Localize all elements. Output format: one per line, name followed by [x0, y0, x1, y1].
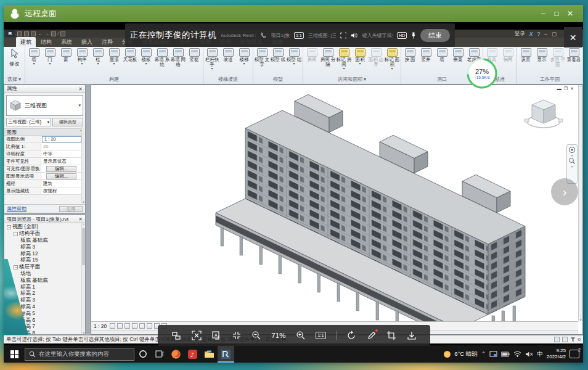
tool-model-line-icon[interactable]: 模型 线	[270, 48, 286, 62]
edit-type-button[interactable]: 编辑类型	[52, 118, 83, 126]
tree-item[interactable]: 标高 3	[4, 244, 85, 250]
detail-level-icon[interactable]	[117, 323, 123, 329]
weather-text[interactable]: 6°C 晴朗	[454, 350, 478, 358]
crop-view-icon[interactable]	[147, 323, 152, 329]
remote-minimize-button[interactable]: –	[536, 9, 550, 18]
zoom-tool-icon[interactable]	[568, 157, 576, 165]
tool-model-text-icon[interactable]: 模型 文字	[254, 48, 270, 67]
scale-icon[interactable]	[110, 323, 115, 329]
tool-vertical-opening-icon[interactable]: 垂直	[450, 48, 466, 62]
graphics-section-header[interactable]: 图形 ⌃	[4, 128, 85, 136]
property-value[interactable]: 显示原状态	[41, 158, 85, 165]
tool-curtain-grid-icon[interactable]: 幕墙 网格	[170, 48, 186, 67]
firefox-icon[interactable]	[168, 345, 184, 363]
print-icon[interactable]	[51, 31, 56, 36]
modify-tool[interactable]: 修改	[9, 48, 19, 67]
tool-ramp-icon[interactable]: 坡道	[220, 48, 236, 62]
tree-item[interactable]: 标高 15	[4, 257, 85, 264]
tree-item[interactable]: 场地	[4, 271, 85, 278]
view-close-icon[interactable]: ✕	[570, 86, 574, 91]
ribbon-tab-1[interactable]: 建筑	[16, 37, 36, 47]
remote-close-button[interactable]: ✕	[563, 9, 577, 18]
type-selector[interactable]: 三维视图 ▾	[6, 95, 83, 116]
filter-icon[interactable]	[570, 337, 576, 342]
tool-grid-icon[interactable]: 轴网	[500, 48, 516, 62]
ribbon-tab-2[interactable]: 结构	[36, 37, 56, 47]
end-control-button[interactable]: 结束	[420, 29, 450, 42]
view-minimize-icon[interactable]: ▬	[557, 86, 561, 91]
tool-floor-icon[interactable]: 楼板▾	[138, 48, 154, 65]
sun-path-icon[interactable]	[132, 323, 137, 329]
apply-button[interactable]: 应用	[59, 206, 83, 212]
new-icon[interactable]	[17, 31, 22, 36]
design-options-icon[interactable]	[562, 337, 568, 342]
signin-label[interactable]: 登录	[515, 30, 525, 38]
remote-maximize-button[interactable]: □	[550, 9, 563, 18]
browser-scrollbar[interactable]: ⌃∨	[81, 223, 85, 334]
tool-stair-icon[interactable]: 楼梯▾	[236, 48, 252, 65]
property-value[interactable]: 中等	[41, 151, 85, 157]
fullscreen-icon[interactable]	[340, 31, 347, 39]
tool-wall-icon[interactable]: 墙▾	[26, 48, 42, 65]
undo-icon[interactable]: ←	[38, 31, 43, 36]
ribbon-tab-3[interactable]: 系统	[57, 37, 76, 47]
tree-item[interactable]: 板底 基础底	[4, 237, 85, 244]
task-view-icon[interactable]	[151, 345, 168, 363]
display-cast-icon[interactable]	[489, 351, 497, 358]
tree-item[interactable]: 标高 1	[4, 284, 85, 290]
view-restore-icon[interactable]: ❐	[564, 86, 568, 91]
notification-center-icon[interactable]: 2	[570, 350, 579, 358]
revit-close-button[interactable]: ✕	[564, 27, 582, 47]
properties-scrollbar[interactable]: ∨	[81, 127, 85, 204]
open-icon[interactable]	[24, 31, 29, 36]
tree-item[interactable]: −结构平面	[4, 231, 85, 237]
tool-area-boundary-icon[interactable]: 面积 边界	[368, 48, 384, 67]
tool-door-icon[interactable]: 门▾	[42, 48, 58, 65]
property-value[interactable]: 建筑	[41, 181, 85, 187]
property-value[interactable]: 1 : 20	[42, 136, 81, 142]
building-model-3d[interactable]	[91, 85, 582, 335]
ime-indicator[interactable]: 中	[537, 350, 543, 358]
tool-mullion-icon[interactable]: 竖梃	[186, 48, 202, 62]
ocr-translate-icon[interactable]: A	[211, 331, 221, 340]
properties-close-icon[interactable]: ✕	[78, 86, 83, 92]
exchange-apps-icon[interactable]: X	[529, 31, 533, 37]
tool-ref-plane-icon[interactable]: 参照 平面	[550, 48, 566, 67]
save-icon[interactable]	[31, 31, 36, 36]
tool-wall-opening-icon[interactable]: 墙	[434, 48, 450, 62]
tool-ceiling-icon[interactable]: 天花板	[122, 48, 138, 62]
netease-music-icon[interactable]: ♪	[184, 345, 201, 363]
canvas-vertical-scrollbar[interactable]: ⌃∨	[578, 85, 582, 321]
screen-capture-icon[interactable]	[192, 331, 202, 340]
download-icon[interactable]	[407, 331, 417, 340]
redo-icon[interactable]: →	[44, 31, 49, 36]
pin-icon[interactable]	[411, 31, 416, 40]
revit-taskbar-icon[interactable]	[218, 345, 234, 363]
crop-icon[interactable]	[386, 331, 396, 340]
zoom-out-icon[interactable]	[251, 331, 261, 340]
hidden-icons-chevron[interactable]: ⌃	[481, 351, 486, 357]
fit-window-icon[interactable]	[232, 331, 242, 340]
tree-expander-icon[interactable]: −	[14, 265, 18, 269]
tool-curtain-system-icon[interactable]: 幕墙 系统	[154, 48, 170, 67]
speaker-icon[interactable]	[351, 31, 357, 39]
instance-selector[interactable]: 三维视图: {三维}▾	[6, 118, 51, 126]
tree-item[interactable]: −楼层平面	[4, 264, 85, 271]
property-value[interactable]: 编辑...	[46, 166, 76, 172]
drawing-area[interactable]: ▬ ❐ ✕ ▾	[91, 84, 583, 335]
tool-window-icon[interactable]: 窗	[58, 48, 74, 62]
cortana-icon[interactable]	[134, 345, 151, 363]
steering-wheel-icon[interactable]	[568, 146, 576, 154]
zoom-in-icon[interactable]	[296, 331, 306, 340]
tree-expander-icon[interactable]: −	[14, 232, 18, 236]
shadows-icon[interactable]	[139, 323, 145, 329]
wifi-icon[interactable]	[513, 351, 521, 357]
tool-set-workplane-icon[interactable]: 设置	[518, 48, 534, 62]
3d-view-icon[interactable]	[60, 31, 65, 36]
property-value[interactable]: 按规程	[41, 188, 85, 194]
tool-show-workplane-icon[interactable]: 显示	[534, 48, 550, 62]
annotate-icon[interactable]	[367, 331, 377, 340]
worksets-icon[interactable]	[554, 337, 560, 342]
visual-style-icon[interactable]	[125, 323, 130, 329]
hd-quality-icon[interactable]: HD	[397, 32, 407, 39]
